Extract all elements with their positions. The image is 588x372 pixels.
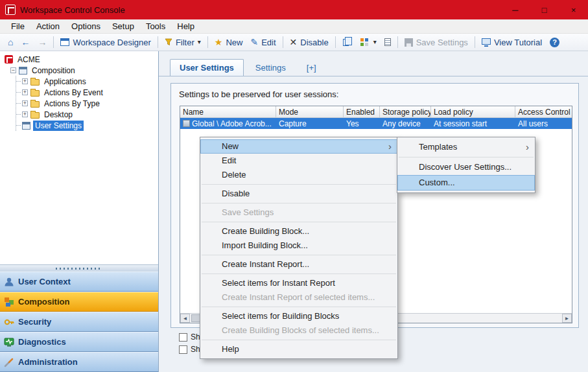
- nav-diagnostics[interactable]: Diagnostics: [0, 332, 158, 352]
- menu-file[interactable]: File: [5, 20, 30, 32]
- report-button[interactable]: [381, 36, 395, 48]
- toolbar-separator: [475, 36, 475, 48]
- menu-item-edit[interactable]: Edit: [200, 154, 397, 168]
- collapse-icon[interactable]: −: [10, 67, 16, 73]
- menu-item-create-building-block[interactable]: Create Building Block...: [200, 224, 397, 238]
- toolbar-separator: [207, 36, 208, 48]
- filter-label: Filter: [176, 38, 194, 47]
- sidebar-splitter[interactable]: [0, 264, 158, 272]
- cell-name: Global \ Adobe Acrob...: [192, 119, 272, 128]
- scroll-right-icon[interactable]: ►: [562, 314, 572, 323]
- filter-button[interactable]: Filter ▾: [161, 36, 205, 49]
- minimize-button[interactable]: ─: [500, 0, 530, 19]
- toolbar-separator: [397, 36, 398, 48]
- menu-item-disable[interactable]: Disable: [200, 187, 397, 201]
- composition-node-icon: [19, 67, 27, 75]
- help-icon: ?: [550, 38, 559, 47]
- building-block-button[interactable]: ▾: [355, 36, 381, 49]
- expand-icon[interactable]: +: [22, 111, 28, 117]
- tree-node-applications[interactable]: + Applications: [16, 76, 158, 87]
- tree-node-actions-by-type[interactable]: + Actions By Type: [16, 98, 158, 109]
- new-label: New: [226, 38, 242, 47]
- cell-enabled: Yes: [344, 119, 380, 129]
- column-storage-policy[interactable]: Storage policy: [380, 106, 431, 117]
- view-tutorial-button[interactable]: View Tutorial: [478, 36, 546, 49]
- help-button[interactable]: ?: [546, 36, 563, 49]
- expand-icon[interactable]: +: [22, 89, 28, 95]
- tab-strip: User Settings Settings [+]: [159, 58, 588, 76]
- workspace-designer-button[interactable]: Workspace Designer: [56, 36, 154, 49]
- nav-user-context[interactable]: User Context: [0, 272, 158, 292]
- tree-node-actions-by-event[interactable]: + Actions By Event: [16, 87, 158, 98]
- menu-item-label: Create Instant Report...: [222, 259, 309, 269]
- menu-separator: [202, 255, 396, 255]
- menu-item-label: Help: [222, 344, 239, 354]
- maximize-button[interactable]: □: [530, 0, 559, 19]
- new-button[interactable]: ★ New: [211, 36, 247, 49]
- diagnostics-monitor-icon: [4, 337, 14, 347]
- menu-item-create-instant-report[interactable]: Create Instant Report...: [200, 257, 397, 272]
- column-access-control[interactable]: Access Control: [515, 106, 572, 117]
- menu-item-delete[interactable]: Delete: [200, 168, 397, 182]
- menu-action[interactable]: Action: [30, 20, 65, 32]
- column-load-policy[interactable]: Load policy: [431, 106, 515, 117]
- menu-item-label: Edit: [222, 156, 236, 165]
- menu-item-label: Discover User Settings...: [419, 162, 512, 172]
- nav-label: Diagnostics: [18, 337, 66, 347]
- menu-item-create-building-blocks-selected: Create Building Blocks of selected items…: [200, 323, 397, 338]
- disable-button[interactable]: ✕ Disable: [286, 36, 333, 49]
- menu-setup[interactable]: Setup: [106, 20, 140, 32]
- menu-item-select-items-instant-report[interactable]: Select items for Instant Report: [200, 276, 397, 290]
- menu-help[interactable]: Help: [171, 20, 200, 32]
- app-window: Workspace Control Console ─ □ × File Act…: [0, 0, 588, 372]
- menu-item-import-building-block[interactable]: Import Building Block...: [200, 238, 397, 253]
- table-row-selected[interactable]: Global \ Adobe Acrob... Capture Yes Any …: [180, 118, 572, 129]
- column-enabled[interactable]: Enabled: [344, 106, 380, 117]
- nav-composition[interactable]: Composition: [0, 292, 158, 312]
- menu-item-help[interactable]: Help: [200, 342, 397, 356]
- scroll-left-icon[interactable]: ◄: [180, 314, 190, 323]
- nav-security[interactable]: Security: [0, 312, 158, 332]
- expand-icon[interactable]: +: [22, 78, 28, 84]
- tab-user-settings[interactable]: User Settings: [170, 59, 244, 76]
- toolbar-separator: [335, 36, 336, 48]
- checkbox[interactable]: [179, 345, 187, 354]
- toolbar: ⌂ ← → Workspace Designer Filter ▾ ★ New …: [0, 34, 588, 51]
- checkbox[interactable]: [179, 333, 187, 342]
- menu-item-new[interactable]: New ›: [200, 139, 397, 154]
- forward-button[interactable]: →: [34, 36, 51, 49]
- tree-node-desktop[interactable]: + Desktop: [16, 109, 158, 120]
- submenu-item-discover-user-settings[interactable]: Discover User Settings...: [397, 159, 535, 175]
- edit-label: Edit: [261, 38, 276, 47]
- column-name[interactable]: Name: [180, 106, 276, 117]
- tab-settings[interactable]: Settings: [246, 60, 295, 76]
- back-icon: ←: [21, 38, 30, 47]
- report-sheet-icon: [384, 38, 391, 46]
- tree-node-label: Composition: [30, 65, 77, 76]
- setting-item-icon: [183, 120, 190, 127]
- menu-item-select-items-building-blocks[interactable]: Select items for Building Blocks: [200, 309, 397, 323]
- toolbar-separator: [283, 36, 283, 48]
- tab-add[interactable]: [+]: [298, 60, 325, 76]
- forward-icon: →: [38, 38, 47, 47]
- home-button[interactable]: ⌂: [4, 36, 17, 49]
- close-button[interactable]: ×: [559, 0, 588, 19]
- submenu-item-templates[interactable]: Templates ›: [397, 139, 535, 155]
- cell-access-control: All users: [515, 119, 572, 129]
- nav-administration[interactable]: Administration: [0, 352, 158, 372]
- administration-tools-icon: [4, 357, 14, 367]
- submenu-item-custom[interactable]: Custom...: [397, 175, 535, 191]
- menu-tools[interactable]: Tools: [140, 20, 171, 32]
- tree-node-user-settings[interactable]: User Settings: [16, 120, 158, 131]
- tree-node-composition[interactable]: − Composition: [0, 65, 158, 76]
- context-menu: New › Edit Delete Disable Save Settings …: [200, 137, 398, 359]
- edit-button[interactable]: ✎ Edit: [246, 36, 279, 49]
- menu-options[interactable]: Options: [65, 20, 106, 32]
- copy-button[interactable]: [338, 37, 355, 48]
- save-settings-button[interactable]: Save Settings: [401, 36, 472, 49]
- cell-storage-policy: Any device: [380, 119, 431, 129]
- tree-root-acme[interactable]: ACME: [0, 54, 158, 65]
- column-mode[interactable]: Mode: [276, 106, 344, 117]
- expand-icon[interactable]: +: [22, 100, 28, 106]
- back-button[interactable]: ←: [17, 36, 34, 49]
